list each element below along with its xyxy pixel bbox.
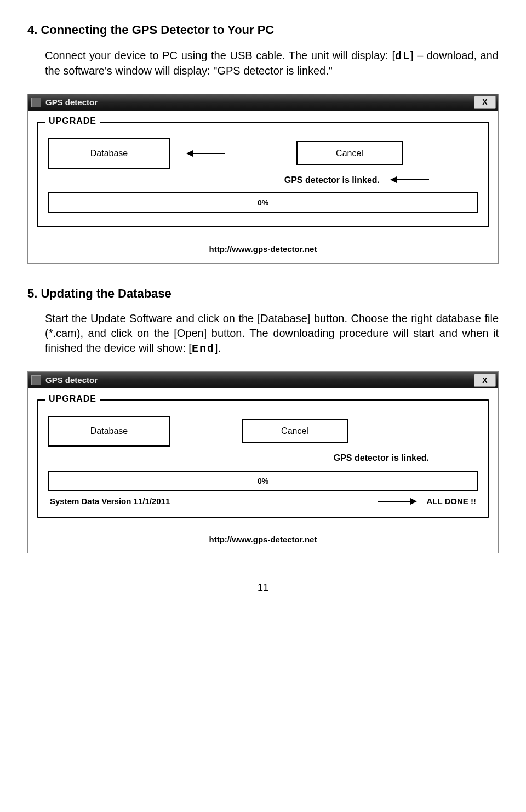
arrow-icon [391, 179, 429, 180]
status-row: GPS detector is linked. [48, 174, 478, 186]
close-button[interactable]: X [474, 96, 496, 109]
progress-bar: 0% [48, 192, 478, 213]
status-row: GPS detector is linked. [48, 452, 478, 464]
progress-bar: 0% [48, 471, 478, 491]
cancel-button[interactable]: Cancel [242, 419, 348, 443]
section-4-title: 4. Connecting the GPS Detector to Your P… [27, 22, 499, 38]
button-row: Database Cancel [48, 416, 478, 447]
database-button[interactable]: Database [48, 138, 170, 169]
titlebar: GPS detector X [28, 94, 498, 111]
url-text: http://www.gps-detector.net [37, 244, 489, 255]
status-text: GPS detector is linked. [284, 174, 380, 186]
page-number: 11 [27, 581, 499, 594]
arrow-icon [187, 153, 225, 154]
cancel-button[interactable]: Cancel [296, 141, 403, 165]
section-4-text-1: Connect your device to PC using the USB … [45, 49, 395, 61]
section-5-text-1: Start the Update Software and click on t… [45, 312, 499, 354]
status-text: GPS detector is linked. [334, 452, 429, 464]
app-window-2: GPS detector X UPGRADE Database Cancel G… [27, 371, 499, 553]
seg7-end: End [192, 342, 215, 355]
progress-label: 0% [258, 198, 268, 208]
app-icon [31, 98, 41, 107]
close-button[interactable]: X [474, 374, 496, 387]
upgrade-group: UPGRADE Database Cancel GPS detector is … [37, 399, 489, 518]
app-icon [31, 375, 41, 385]
info-row: System Data Version 11/1/2011 ALL DONE !… [48, 496, 478, 507]
version-text: System Data Version 11/1/2011 [50, 496, 170, 507]
progress-label: 0% [258, 476, 268, 486]
arrow-icon [378, 501, 416, 502]
url-text: http://www.gps-detector.net [37, 534, 489, 545]
database-button[interactable]: Database [48, 416, 170, 447]
button-row: Database Cancel [48, 138, 478, 169]
window-body: UPGRADE Database Cancel GPS detector is … [28, 111, 498, 263]
seg7-dl: dL [395, 50, 410, 62]
app-window-1: GPS detector X UPGRADE Database Cancel G… [27, 94, 499, 264]
section-5-body: Start the Update Software and click on t… [45, 311, 499, 356]
titlebar: GPS detector X [28, 372, 498, 388]
upgrade-group: UPGRADE Database Cancel GPS detector is … [37, 122, 489, 228]
window-title: GPS detector [45, 375, 98, 386]
section-5-title: 5. Updating the Database [27, 285, 499, 302]
done-area: ALL DONE !! [378, 496, 476, 507]
group-legend: UPGRADE [45, 393, 100, 405]
window-title: GPS detector [45, 97, 98, 108]
window-body: UPGRADE Database Cancel GPS detector is … [28, 388, 498, 553]
section-4-body: Connect your device to PC using the USB … [45, 48, 499, 78]
section-5-text-2: ]. [215, 342, 221, 354]
done-text: ALL DONE !! [426, 496, 476, 507]
group-legend: UPGRADE [45, 115, 100, 127]
